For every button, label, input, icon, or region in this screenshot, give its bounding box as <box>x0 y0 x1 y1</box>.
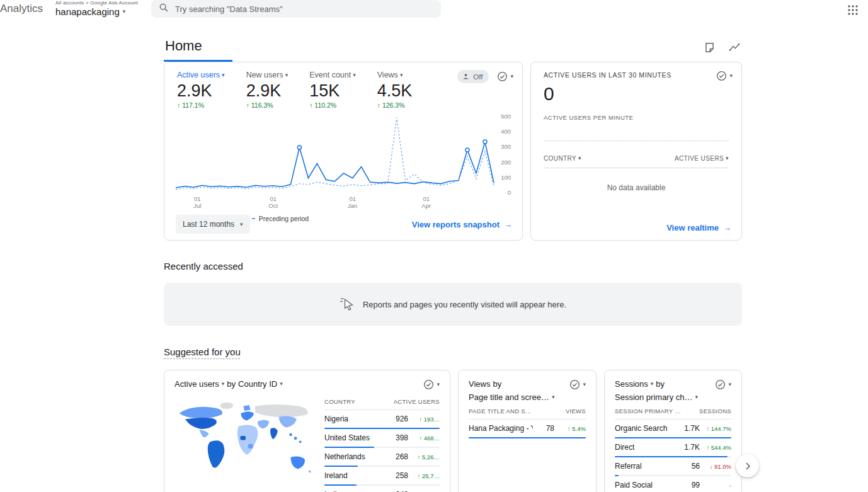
recently-accessed-empty-state: Reports and pages you recently visited w… <box>164 283 742 326</box>
view-reports-snapshot-link[interactable]: View reports snapshot <box>412 220 512 229</box>
table-row: Organic Search 1.7K ↑ 144.7% <box>615 420 731 438</box>
search-icon <box>159 3 169 15</box>
column-header: ACTIVE USERS <box>394 398 440 405</box>
metric-change: ↑ 117.1% <box>177 101 225 109</box>
table-row: Referral 56 ↓ 91.0% <box>615 457 731 476</box>
sessions-by-channel-card: Sessions by Session primary ch… SESSION … <box>604 370 742 492</box>
metric-value: 15K <box>309 81 356 101</box>
search-bar[interactable] <box>151 0 441 18</box>
active-users-by-country-card: Active users by Country ID <box>164 370 450 492</box>
chevron-down-icon <box>437 382 440 387</box>
chevron-down-icon <box>583 382 586 387</box>
chevron-down-icon <box>222 381 225 387</box>
chevron-down-icon <box>578 156 581 161</box>
card-status-menu[interactable] <box>423 379 440 391</box>
chevron-down-icon <box>123 9 126 14</box>
main-content: Home Active users 2.9K <box>164 38 742 492</box>
chevron-down-icon <box>728 382 731 387</box>
realtime-col-country[interactable]: COUNTRY <box>544 155 581 162</box>
search-input[interactable] <box>175 4 433 14</box>
pages-table: PAGE TITLE AND S… VIEWS Hana Packaging -… <box>469 403 586 438</box>
card-dimension[interactable]: Session primary ch… <box>615 392 693 403</box>
check-circle-icon <box>714 379 726 391</box>
chevron-down-icon <box>400 72 403 78</box>
account-switcher[interactable]: All accounts > Google Ads Account hanapa… <box>55 0 138 17</box>
per-minute-label: ACTIVE USERS PER MINUTE <box>544 114 729 121</box>
chevron-right-icon <box>741 460 754 472</box>
card-status-menu[interactable] <box>569 379 586 391</box>
chevron-down-icon <box>240 222 243 227</box>
page-title[interactable]: Home <box>164 38 232 62</box>
card-dimension[interactable]: Page title and scree… <box>469 392 549 403</box>
realtime-title: ACTIVE USERS IN LAST 30 MINUTES <box>544 71 729 79</box>
realtime-col-active-users[interactable]: ACTIVE USERS <box>675 155 729 162</box>
chevron-down-icon <box>729 73 733 79</box>
account-name: hanapackaging <box>55 6 120 17</box>
check-circle-icon <box>569 379 581 391</box>
card-metric[interactable]: Views <box>469 379 490 389</box>
y-axis: 500400 300200 1000 <box>493 113 511 196</box>
metric-change: ↑ 116.3% <box>246 101 288 109</box>
table-row: Direct 1.7K ↑ 544.4% <box>615 438 731 457</box>
metric-active-users[interactable]: Active users 2.9K ↑ 117.1% <box>177 71 225 109</box>
chevron-down-icon <box>280 381 283 387</box>
metric-label: Views <box>377 71 398 79</box>
arrow-right-icon <box>504 220 512 229</box>
check-circle-icon <box>496 71 508 83</box>
apps-grid-icon[interactable] <box>845 3 860 18</box>
realtime-card: ACTIVE USERS IN LAST 30 MINUTES 0 ACTIVE… <box>530 62 742 241</box>
column-header: PAGE TITLE AND S… <box>469 408 532 415</box>
chevron-down-icon <box>353 72 356 78</box>
metric-label: New users <box>246 71 283 79</box>
card-status-menu[interactable] <box>716 70 733 82</box>
chevron-down-icon <box>695 394 699 400</box>
table-row: Nigeria 926 ↑ 193… <box>324 410 440 429</box>
metric-value: 4.5K <box>377 81 413 101</box>
comparison-off-toggle[interactable]: Off <box>457 70 489 83</box>
metric-new-users[interactable]: New users 2.9K ↑ 116.3% <box>246 71 288 109</box>
table-row: India 242 ↑ 181… <box>324 486 440 492</box>
views-by-page-card: Views by Page title and scree… PAGE TITL… <box>458 370 597 492</box>
metric-value: 2.9K <box>177 81 225 101</box>
chevron-down-icon <box>726 156 729 161</box>
country-table: COUNTRY ACTIVE USERS Nigeria 926 ↑ 193… … <box>324 393 440 492</box>
world-map <box>174 393 317 492</box>
insights-icon[interactable] <box>728 42 741 54</box>
card-dimension[interactable]: Country ID <box>238 379 277 389</box>
cursor-icon <box>340 296 355 313</box>
chevron-down-icon <box>651 381 654 387</box>
off-label: Off <box>473 73 483 81</box>
metric-change: ↑ 126.3% <box>377 101 413 109</box>
notes-icon[interactable] <box>704 42 716 54</box>
table-row: Netherlands 268 ↑ 5,26… <box>324 448 440 467</box>
top-bar: Analytics All accounts > Google Ads Acco… <box>0 0 868 21</box>
trend-chart[interactable]: 01Jul 01Oct 01Jan 01Apr <box>176 113 493 193</box>
date-range-button[interactable]: Last 12 months <box>176 215 250 234</box>
arrow-right-icon <box>723 223 731 232</box>
column-header: SESSIONS <box>699 408 731 415</box>
column-header: COUNTRY <box>324 398 355 405</box>
card-metric[interactable]: Active users <box>174 379 219 389</box>
recently-accessed-message: Reports and pages you recently visited w… <box>363 300 566 309</box>
recently-accessed-title: Recently accessed <box>164 261 742 272</box>
channels-table: SESSION PRIMARY … SESSIONS Organic Searc… <box>615 403 731 492</box>
breadcrumb: All accounts > Google Ads Account <box>55 0 138 6</box>
view-realtime-link[interactable]: View realtime <box>666 223 731 232</box>
table-row: Ireland 258 ↑ 25,7… <box>324 467 440 486</box>
card-status-menu[interactable] <box>714 379 731 391</box>
table-row: United States 398 ↑ 468… <box>324 429 440 448</box>
chevron-down-icon <box>552 394 555 400</box>
date-range-label: Last 12 months <box>183 220 234 229</box>
x-axis: 01Jul 01Oct 01Jan 01Apr <box>176 195 493 209</box>
app-logo: Analytics <box>0 3 43 15</box>
table-row: Hana Packaging - Yo… 78 ↑ 5.4% <box>469 420 586 438</box>
check-circle-icon <box>716 70 728 82</box>
card-metric[interactable]: Sessions <box>615 379 648 389</box>
suggested-for-you-title[interactable]: Suggested for you <box>164 346 742 357</box>
metric-label: Event count <box>309 71 351 79</box>
carousel-next-button[interactable] <box>736 454 759 478</box>
metric-event-count[interactable]: Event count 15K ↑ 110.2% <box>309 71 356 109</box>
metric-views[interactable]: Views 4.5K ↑ 126.3% <box>377 71 413 109</box>
table-row: Paid Social 99 - <box>615 476 731 492</box>
card-status-menu[interactable] <box>496 71 513 83</box>
